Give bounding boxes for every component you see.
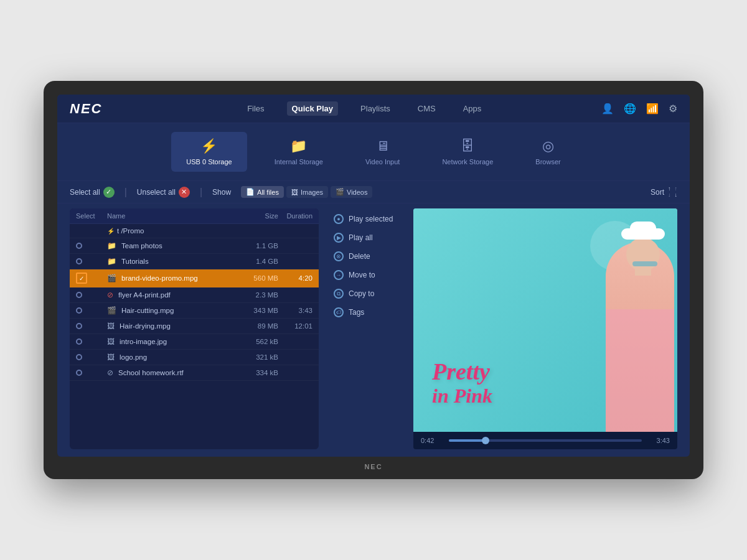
ctx-tags-label: Tags bbox=[349, 308, 364, 317]
move-icon: → bbox=[334, 270, 344, 280]
outfit-overlay bbox=[606, 309, 674, 432]
list-item[interactable]: 📁 Tutorials 1.4 GB bbox=[70, 254, 319, 269]
list-item[interactable]: 🖼 logo.png 321 kB bbox=[70, 350, 319, 365]
source-usb0-label: USB 0 Storage bbox=[186, 158, 232, 166]
checkbox-checked: ✓ bbox=[76, 273, 87, 284]
settings-icon[interactable]: ⚙ bbox=[669, 103, 677, 114]
check-icon: ✓ bbox=[103, 187, 115, 198]
monitor-icon: 🖥 bbox=[376, 138, 390, 154]
list-item[interactable]: 🖼 Hair-drying.mpg 89 MB 12:01 bbox=[70, 319, 319, 334]
sort-arrows-icon: ↑↓ bbox=[668, 186, 671, 198]
video-file-icon: 🖼 bbox=[107, 322, 115, 330]
file-name-label: brand-video-promo.mpg bbox=[121, 274, 198, 282]
ctx-play-selected[interactable]: ● Play selected bbox=[329, 211, 403, 227]
path-row[interactable]: ⚡ t /Promo bbox=[70, 224, 319, 238]
file-size: 89 MB bbox=[235, 322, 278, 330]
sort-btn[interactable]: Sort ↑↓ ↑↓ bbox=[651, 186, 677, 198]
file-size: 2.3 MB bbox=[235, 291, 278, 299]
image-file-icon: 🖼 bbox=[107, 353, 115, 362]
tv-frame: NEC Files Quick Play Playlists CMS Apps … bbox=[44, 81, 703, 479]
tv-screen: NEC Files Quick Play Playlists CMS Apps … bbox=[57, 95, 690, 457]
image-file-icon: 🖼 bbox=[107, 337, 115, 346]
path-label: t /Promo bbox=[117, 227, 144, 235]
separator1: | bbox=[125, 187, 127, 198]
ctx-play-selected-label: Play selected bbox=[349, 215, 393, 223]
file-name-label: School homework.rtf bbox=[118, 369, 184, 376]
source-internal[interactable]: 📁 Internal Storage bbox=[260, 132, 338, 172]
overlay-line2: in Pink bbox=[432, 385, 492, 407]
doc-icon: ⊘ bbox=[107, 368, 113, 377]
file-size: 1.1 GB bbox=[235, 242, 278, 250]
image-icon-small: 🖼 bbox=[291, 189, 298, 196]
video-controls: 0:42 3:43 bbox=[413, 432, 677, 449]
ctx-tags[interactable]: 🏷 Tags bbox=[329, 304, 403, 320]
select-all-btn[interactable]: Select all ✓ bbox=[70, 187, 115, 198]
ctx-play-all-label: Play all bbox=[349, 233, 373, 242]
main-content: Select Name Size Duration ⚡ t /Promo bbox=[57, 203, 690, 457]
sort-label: Sort bbox=[651, 188, 664, 197]
globe-icon[interactable]: 🌐 bbox=[624, 103, 636, 114]
top-nav: NEC Files Quick Play Playlists CMS Apps … bbox=[57, 95, 690, 123]
account-icon[interactable]: 👤 bbox=[601, 103, 614, 114]
list-item[interactable]: ⊘ flyer A4-print.pdf 2.3 MB bbox=[70, 287, 319, 303]
source-network[interactable]: 🗄 Network Storage bbox=[427, 132, 508, 172]
video-icon-small: 🎬 bbox=[336, 188, 344, 196]
source-usb0[interactable]: ⚡ USB 0 Storage bbox=[171, 132, 247, 172]
total-time: 3:43 bbox=[648, 437, 670, 444]
nav-quickplay[interactable]: Quick Play bbox=[287, 101, 338, 116]
filter-videos[interactable]: 🎬 Videos bbox=[331, 186, 372, 198]
file-size: 1.4 GB bbox=[235, 258, 278, 265]
person-glasses bbox=[632, 261, 657, 266]
list-item[interactable]: 🖼 intro-image.jpg 562 kB bbox=[70, 334, 319, 350]
nav-playlists[interactable]: Playlists bbox=[355, 101, 395, 116]
file-toolbar: Select all ✓ | Unselect all ✕ | Show 📄 A… bbox=[57, 180, 690, 203]
source-videoinput[interactable]: 🖥 Video Input bbox=[350, 132, 415, 172]
video-overlay-text: Pretty in Pink bbox=[432, 359, 492, 407]
file-size: 562 kB bbox=[235, 338, 278, 345]
file-name-label: flyer A4-print.pdf bbox=[118, 291, 171, 299]
nav-apps[interactable]: Apps bbox=[458, 101, 487, 116]
wifi-icon[interactable]: 📶 bbox=[646, 103, 659, 114]
file-dur: 4:20 bbox=[278, 274, 312, 282]
filter-images[interactable]: 🖼 Images bbox=[286, 186, 328, 198]
file-dur: 3:43 bbox=[278, 307, 312, 314]
progress-bar[interactable] bbox=[449, 439, 642, 442]
progress-thumb[interactable] bbox=[482, 437, 489, 444]
file-size: 321 kB bbox=[235, 353, 278, 361]
copy-icon: ⧉ bbox=[334, 289, 344, 299]
radio-dot bbox=[76, 292, 82, 298]
list-item[interactable]: 🎬 Hair-cutting.mpg 343 MB 3:43 bbox=[70, 303, 319, 319]
file-name-label: logo.png bbox=[120, 353, 147, 361]
nav-cms[interactable]: CMS bbox=[413, 101, 441, 116]
ctx-play-all[interactable]: ▶ Play all bbox=[329, 230, 403, 246]
network-icon: 🗄 bbox=[461, 138, 474, 154]
radio-dot bbox=[76, 243, 82, 249]
nav-files[interactable]: Files bbox=[242, 101, 269, 116]
file-panel: Select Name Size Duration ⚡ t /Promo bbox=[70, 208, 319, 449]
ctx-copy-to[interactable]: ⧉ Copy to bbox=[329, 286, 403, 302]
list-item[interactable]: ⊘ School homework.rtf 334 kB bbox=[70, 365, 319, 381]
separator2: | bbox=[200, 187, 202, 198]
radio-dot bbox=[76, 258, 82, 264]
filter-all[interactable]: 📄 All files bbox=[241, 186, 284, 198]
source-internal-label: Internal Storage bbox=[275, 158, 323, 166]
video-canvas: Pretty in Pink bbox=[413, 208, 677, 432]
list-item[interactable]: 📁 Team photos 1.1 GB bbox=[70, 238, 319, 254]
list-item[interactable]: ✓ 🎬 brand-video-promo.mpg 560 MB 4:20 bbox=[70, 269, 319, 287]
file-name-label: Tutorials bbox=[121, 258, 149, 265]
x-icon: ✕ bbox=[179, 187, 190, 198]
progress-fill bbox=[449, 439, 486, 442]
video-panel: Pretty in Pink bbox=[413, 208, 677, 449]
ctx-delete-label: Delete bbox=[349, 252, 370, 261]
ctx-delete[interactable]: ⊗ Delete bbox=[329, 248, 403, 264]
current-time: 0:42 bbox=[421, 437, 443, 444]
unselect-all-btn[interactable]: Unselect all ✕ bbox=[137, 187, 190, 198]
ctx-move-to[interactable]: → Move to bbox=[329, 267, 403, 283]
video-file-icon: 🎬 bbox=[107, 306, 116, 315]
source-videoinput-label: Video Input bbox=[365, 158, 400, 166]
source-browser[interactable]: ◎ Browser bbox=[520, 132, 575, 172]
radio-dot bbox=[76, 323, 82, 329]
overlay-line1: Pretty bbox=[432, 359, 492, 385]
source-network-label: Network Storage bbox=[442, 158, 493, 166]
file-list-body: ⚡ t /Promo 📁 Team photos 1.1 GB bbox=[70, 224, 319, 449]
